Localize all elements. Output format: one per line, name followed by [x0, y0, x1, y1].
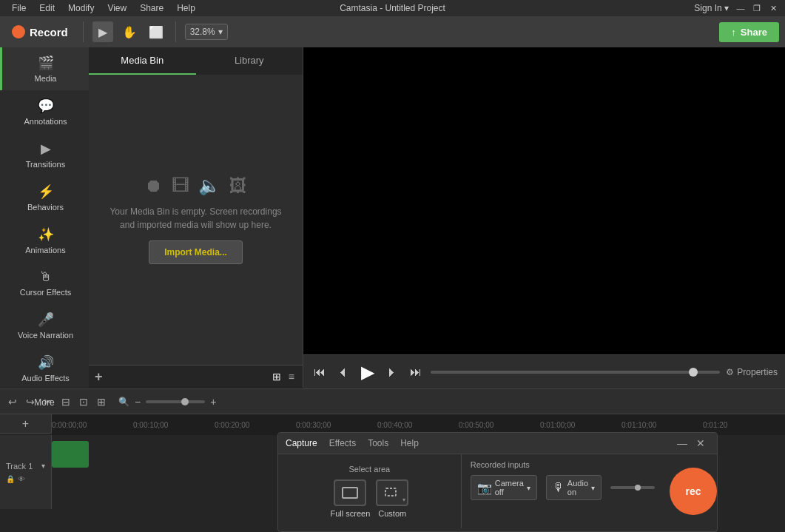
timeline-btn3[interactable]: ⊞ [95, 394, 108, 410]
cursor-effects-icon: 🖱 [39, 269, 53, 285]
tab-media-bin[interactable]: Media Bin [89, 47, 196, 75]
menu-modify[interactable]: Modify [62, 1, 100, 15]
menu-bar: File Edit Modify View Share Help [6, 1, 201, 15]
minimize-button[interactable]: — [735, 2, 747, 14]
menu-file[interactable]: File [6, 1, 32, 15]
sidebar-item-cursor-effects[interactable]: 🖱 Cursor Effects [0, 262, 89, 304]
media-type-icons: ⏺ 🎞 🔈 🖼 [145, 175, 247, 196]
window-title: Camtasia - Untitled Project [340, 3, 445, 13]
transitions-icon: ▶ [41, 141, 51, 157]
fast-forward-button[interactable]: ⏭ [407, 363, 425, 382]
capture-tab-tools[interactable]: Tools [368, 438, 388, 448]
tab-library[interactable]: Library [196, 47, 303, 75]
sidebar-item-transitions[interactable]: ▶ Transitions [0, 133, 89, 176]
sidebar-item-animations[interactable]: ✨ Animations [0, 219, 89, 262]
ruler-time-4: 0:00:40;00 [377, 421, 412, 429]
select-tool-button[interactable]: ▶ [92, 21, 113, 42]
audio-label: Audio on [567, 479, 588, 496]
sign-in-button[interactable]: Sign In ▾ [694, 3, 729, 13]
add-track-button[interactable]: + [22, 417, 29, 431]
track-clip[interactable] [52, 441, 89, 468]
capture-tab-capture[interactable]: Capture [286, 438, 317, 448]
volume-slider[interactable] [610, 486, 655, 489]
audio-dropdown-icon: ▾ [591, 484, 595, 492]
timeline-toolbar: ↩ ↪ ✂ ⊟ ⊡ ⊞ 🔍 − + [0, 389, 785, 414]
share-icon: ↑ [731, 27, 736, 38]
capture-tabs: Capture Effects Tools Help [286, 438, 419, 448]
maximize-button[interactable]: ❐ [751, 2, 763, 14]
rewind-button[interactable]: ⏮ [311, 363, 329, 382]
zoom-dropdown-icon: ▾ [218, 27, 223, 37]
sidebar-item-media[interactable]: 🎬 Media [0, 47, 89, 90]
ruler-time-7: 0:01:10;00 [621, 421, 656, 429]
sidebar-item-cursor-effects-label: Cursor Effects [20, 288, 72, 297]
step-back-button[interactable]: ⏴ [334, 363, 352, 382]
crop-tool-button[interactable]: ⬜ [146, 21, 166, 42]
play-button[interactable]: ▶ [358, 359, 377, 385]
sidebar: 🎬 Media 💬 Annotations ▶ Transitions ⚡ Be… [0, 47, 89, 388]
track-lock-icon[interactable]: 🔒 [6, 475, 15, 483]
capture-body: Select area Full screen ▾ Custom [278, 454, 717, 528]
volume-thumb [635, 485, 641, 491]
toolbar-separator-2 [175, 21, 176, 42]
record-label: Record [30, 26, 68, 38]
audio-effects-icon: 🔊 [38, 354, 54, 371]
custom-icon: ▾ [376, 479, 408, 506]
fullscreen-label: Full screen [330, 509, 370, 518]
gear-icon: ⚙ [726, 367, 734, 377]
track-options-icon[interactable]: ▾ [41, 462, 45, 470]
camera-button[interactable]: 📷 Camera off ▾ [471, 475, 537, 500]
import-media-button[interactable]: Import Media... [149, 240, 243, 264]
rec-button[interactable]: rec [670, 468, 717, 515]
sidebar-item-media-label: Media [35, 74, 57, 83]
sidebar-item-annotations[interactable]: 💬 Annotations [0, 90, 89, 133]
capture-titlebar: Capture Effects Tools Help — ✕ [278, 433, 717, 454]
track-visibility-icon[interactable]: 👁 [18, 475, 25, 483]
capture-tab-help[interactable]: Help [400, 438, 419, 448]
capture-close-button[interactable]: ✕ [692, 436, 710, 451]
annotations-icon: 💬 [38, 98, 54, 114]
close-button[interactable]: ✕ [767, 2, 779, 14]
capture-minimize-button[interactable]: — [673, 436, 692, 451]
custom-area-button[interactable]: ▾ Custom [376, 479, 408, 518]
sidebar-item-behaviors[interactable]: ⚡ Behaviors [0, 176, 89, 219]
step-forward-button[interactable]: ⏵ [383, 363, 401, 382]
zoom-minus-button[interactable]: − [132, 394, 143, 410]
sidebar-item-audio-effects[interactable]: 🔊 Audio Effects [0, 347, 89, 390]
sidebar-item-voice-narration[interactable]: 🎤 Voice Narration [0, 304, 89, 347]
properties-button[interactable]: ⚙ Properties [726, 367, 778, 377]
ruler-time-0: 0:00:00;00 [52, 421, 87, 429]
sidebar-item-audio-effects-label: Audio Effects [21, 374, 70, 383]
audio-button[interactable]: 🎙 Audio on ▾ [546, 475, 602, 500]
zoom-out-icon[interactable]: 🔍 [118, 397, 129, 407]
menu-view[interactable]: View [101, 1, 132, 15]
custom-label: Custom [378, 509, 406, 518]
recorded-inputs-controls: 📷 Camera off ▾ 🎙 Audio on ▾ [471, 475, 655, 500]
fullscreen-button[interactable]: Full screen [330, 479, 370, 518]
hand-tool-button[interactable]: ✋ [119, 21, 140, 42]
preview-area [303, 47, 785, 354]
zoom-slider[interactable] [146, 400, 205, 403]
grid-view-button[interactable]: ⊞ [270, 368, 283, 385]
share-label: Share [741, 27, 767, 38]
menu-edit[interactable]: Edit [33, 1, 61, 15]
sidebar-item-voice-narration-label: Voice Narration [18, 331, 73, 340]
recorded-inputs-section: Recorded inputs 📷 Camera off ▾ 🎙 Audio o… [462, 454, 664, 528]
capture-tab-effects[interactable]: Effects [329, 438, 356, 448]
ruler-time-2: 0:00:20;00 [215, 421, 249, 429]
ruler-time-1: 0:00:10;00 [133, 421, 168, 429]
video-media-icon: 🎞 [172, 175, 189, 196]
share-button[interactable]: ↑ Share [719, 22, 779, 42]
zoom-plus-button[interactable]: + [208, 394, 218, 410]
zoom-select[interactable]: 32.8% ▾ [185, 24, 228, 40]
sidebar-item-transitions-label: Transitions [26, 160, 65, 169]
menu-help[interactable]: Help [171, 1, 201, 15]
progress-bar[interactable] [431, 371, 720, 374]
more-button[interactable]: More [0, 390, 89, 415]
svg-rect-1 [385, 488, 396, 496]
record-button[interactable]: Record [6, 22, 74, 41]
add-media-button[interactable]: + [95, 369, 103, 385]
menu-share[interactable]: Share [134, 1, 169, 15]
list-view-button[interactable]: ≡ [286, 368, 297, 385]
titlebar: File Edit Modify View Share Help Camtasi… [0, 0, 785, 16]
